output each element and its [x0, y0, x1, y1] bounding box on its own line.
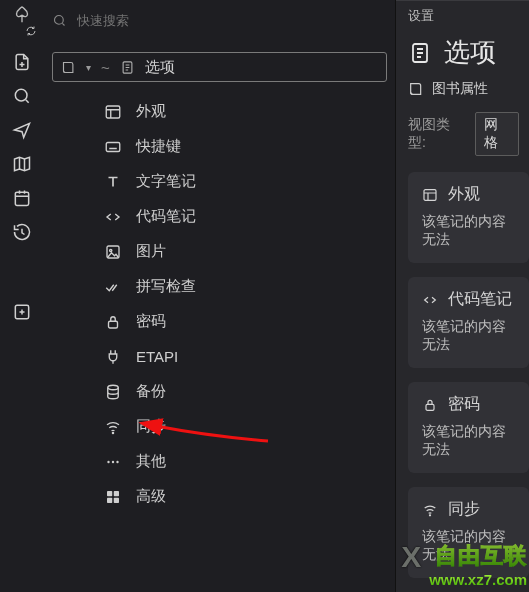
card-body: 该笔记的内容无法: [422, 213, 517, 249]
svg-point-12: [107, 460, 109, 462]
svg-point-8: [110, 249, 112, 251]
new-note-icon[interactable]: [12, 52, 32, 72]
content-panel: 设置 选项 图书属性 视图类型: 网格 外观 该笔记的内容无法: [396, 0, 529, 592]
tree-item-label: 外观: [136, 102, 395, 121]
add-panel-icon[interactable]: [12, 302, 32, 322]
svg-rect-9: [109, 321, 118, 328]
card-body: 该笔记的内容无法: [422, 318, 517, 354]
card-appearance[interactable]: 外观 该笔记的内容无法: [408, 172, 529, 263]
image-icon: [104, 243, 122, 261]
tree-item-password[interactable]: 密码: [44, 304, 395, 339]
view-type-select[interactable]: 网格: [475, 112, 519, 156]
dashboard-icon: [104, 488, 122, 506]
nav-icon-column: [0, 0, 44, 592]
card-body: 该笔记的内容无法: [422, 423, 517, 459]
tree-item-label: 图片: [136, 242, 395, 261]
svg-rect-5: [106, 106, 120, 118]
page-title: 选项: [444, 35, 496, 70]
svg-point-0: [15, 89, 27, 101]
svg-point-14: [116, 460, 118, 462]
history-icon[interactable]: [12, 222, 32, 242]
tree-item-spellcheck[interactable]: 拼写检查: [44, 269, 395, 304]
svg-rect-17: [107, 497, 112, 502]
breadcrumb-label: 选项: [145, 58, 175, 77]
database-icon: [104, 383, 122, 401]
svg-point-10: [108, 385, 119, 390]
tree-panel: ▾ ~ 选项 外观 快捷键 文字笔记 代码笔记: [44, 0, 396, 592]
tree-item-label: 其他: [136, 452, 395, 471]
tree-item-etapi[interactable]: ETAPI: [44, 339, 395, 374]
app-logo: [7, 4, 37, 38]
separator: ~: [101, 59, 110, 76]
card-sync[interactable]: 同步 该笔记的内容无法: [408, 487, 529, 578]
book-icon: [61, 60, 76, 75]
ellipsis-icon: [104, 453, 122, 471]
svg-point-13: [112, 460, 114, 462]
card-title: 代码笔记: [448, 289, 512, 310]
map-icon[interactable]: [12, 154, 32, 174]
plug-icon: [104, 348, 122, 366]
book-icon: [408, 81, 424, 97]
cards-container: 外观 该笔记的内容无法 代码笔记 该笔记的内容无法 密码 该笔记的内容无法: [396, 168, 529, 578]
calendar-icon[interactable]: [12, 188, 32, 208]
tree-item-shortcuts[interactable]: 快捷键: [44, 129, 395, 164]
lock-icon: [422, 397, 438, 413]
svg-rect-18: [114, 497, 119, 502]
check-all-icon: [104, 278, 122, 296]
svg-rect-16: [114, 491, 119, 496]
tree-item-text-notes[interactable]: 文字笔记: [44, 164, 395, 199]
breadcrumb-active-note[interactable]: ▾ ~ 选项: [52, 52, 387, 82]
tree-item-label: 密码: [136, 312, 395, 331]
page-title-row: 选项: [396, 29, 529, 78]
search-icon[interactable]: [12, 86, 32, 106]
svg-rect-21: [426, 404, 434, 410]
svg-rect-15: [107, 491, 112, 496]
tree-item-sync[interactable]: 同步: [44, 409, 395, 444]
view-type-row: 视图类型: 网格: [396, 108, 529, 168]
text-icon: [104, 173, 122, 191]
chevron-down-icon: ▾: [86, 62, 91, 73]
tree-item-label: ETAPI: [136, 348, 395, 365]
svg-rect-6: [106, 142, 120, 151]
card-body: 该笔记的内容无法: [422, 528, 517, 564]
view-type-label: 视图类型:: [408, 116, 465, 152]
keyboard-icon: [104, 138, 122, 156]
tree-item-label: 拼写检查: [136, 277, 395, 296]
doc-icon: [408, 41, 432, 65]
tree-list: 外观 快捷键 文字笔记 代码笔记 图片 拼写检查: [44, 92, 395, 514]
svg-rect-20: [424, 189, 436, 200]
tree-item-backup[interactable]: 备份: [44, 374, 395, 409]
svg-rect-1: [15, 192, 28, 205]
card-title: 同步: [448, 499, 480, 520]
card-title: 外观: [448, 184, 480, 205]
svg-point-11: [112, 432, 113, 433]
layout-icon: [422, 187, 438, 203]
tree-item-label: 快捷键: [136, 137, 395, 156]
layout-icon: [104, 103, 122, 121]
tree-item-advanced[interactable]: 高级: [44, 479, 395, 514]
book-attributes-row[interactable]: 图书属性: [396, 78, 529, 108]
code-icon: [104, 208, 122, 226]
tree-item-other[interactable]: 其他: [44, 444, 395, 479]
send-icon[interactable]: [12, 120, 32, 140]
quick-search-row[interactable]: [44, 6, 395, 34]
tree-item-images[interactable]: 图片: [44, 234, 395, 269]
card-password[interactable]: 密码 该笔记的内容无法: [408, 382, 529, 473]
wifi-icon: [104, 418, 122, 436]
tree-item-code-notes[interactable]: 代码笔记: [44, 199, 395, 234]
tree-item-label: 高级: [136, 487, 395, 506]
search-icon: [52, 13, 67, 28]
code-icon: [422, 292, 438, 308]
lock-icon: [104, 313, 122, 331]
tab-settings[interactable]: 设置: [396, 1, 529, 29]
tree-item-label: 备份: [136, 382, 395, 401]
tree-item-appearance[interactable]: 外观: [44, 94, 395, 129]
wifi-icon: [422, 502, 438, 518]
card-title: 密码: [448, 394, 480, 415]
quick-search-input[interactable]: [77, 13, 395, 28]
doc-icon: [120, 60, 135, 75]
svg-point-22: [429, 514, 430, 515]
tree-item-label: 文字笔记: [136, 172, 395, 191]
card-code-notes[interactable]: 代码笔记 该笔记的内容无法: [408, 277, 529, 368]
tree-item-label: 代码笔记: [136, 207, 395, 226]
